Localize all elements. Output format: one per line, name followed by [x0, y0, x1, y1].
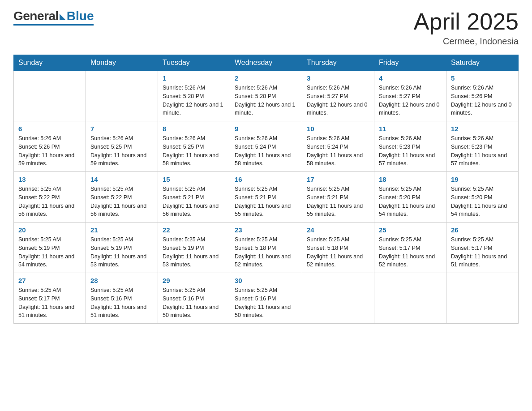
day-info: Sunrise: 5:26 AM Sunset: 5:24 PM Dayligh… — [235, 134, 297, 168]
day-number: 25 — [379, 226, 442, 234]
day-info: Sunrise: 5:25 AM Sunset: 5:19 PM Dayligh… — [163, 235, 225, 269]
day-number: 16 — [235, 176, 297, 183]
day-info: Sunrise: 5:25 AM Sunset: 5:20 PM Dayligh… — [451, 185, 514, 218]
day-number: 19 — [451, 176, 514, 183]
day-number: 2 — [235, 74, 297, 82]
day-number: 27 — [18, 277, 81, 284]
day-info: Sunrise: 5:25 AM Sunset: 5:19 PM Dayligh… — [18, 235, 81, 269]
calendar-cell — [374, 273, 446, 324]
day-info: Sunrise: 5:26 AM Sunset: 5:28 PM Dayligh… — [163, 84, 225, 117]
day-number: 24 — [307, 226, 369, 234]
day-info: Sunrise: 5:26 AM Sunset: 5:26 PM Dayligh… — [451, 84, 514, 117]
day-info: Sunrise: 5:25 AM Sunset: 5:16 PM Dayligh… — [235, 286, 297, 320]
calendar-cell: 8Sunrise: 5:26 AM Sunset: 5:25 PM Daylig… — [158, 121, 230, 172]
logo: General Blue — [13, 9, 94, 26]
day-number: 29 — [163, 277, 225, 284]
page-title: April 2025 — [414, 9, 519, 34]
calendar-cell: 4Sunrise: 5:26 AM Sunset: 5:27 PM Daylig… — [374, 71, 446, 121]
calendar-cell: 26Sunrise: 5:25 AM Sunset: 5:17 PM Dayli… — [446, 223, 519, 273]
calendar-cell: 18Sunrise: 5:25 AM Sunset: 5:20 PM Dayli… — [374, 172, 446, 223]
calendar-cell: 12Sunrise: 5:26 AM Sunset: 5:23 PM Dayli… — [446, 121, 519, 172]
column-header-saturday: Saturday — [446, 55, 519, 71]
calendar-week-row: 6Sunrise: 5:26 AM Sunset: 5:26 PM Daylig… — [14, 121, 519, 172]
day-number: 1 — [163, 74, 225, 82]
day-info: Sunrise: 5:25 AM Sunset: 5:17 PM Dayligh… — [18, 286, 81, 320]
column-header-wednesday: Wednesday — [230, 55, 302, 71]
day-number: 18 — [379, 176, 442, 183]
calendar-week-row: 1Sunrise: 5:26 AM Sunset: 5:28 PM Daylig… — [14, 71, 519, 121]
day-number: 13 — [18, 176, 81, 183]
day-number: 8 — [163, 125, 225, 133]
calendar-cell: 24Sunrise: 5:25 AM Sunset: 5:18 PM Dayli… — [302, 223, 374, 273]
day-info: Sunrise: 5:25 AM Sunset: 5:22 PM Dayligh… — [90, 185, 153, 218]
calendar-cell: 13Sunrise: 5:25 AM Sunset: 5:22 PM Dayli… — [14, 172, 86, 223]
calendar-cell: 20Sunrise: 5:25 AM Sunset: 5:19 PM Dayli… — [14, 223, 86, 273]
calendar-cell: 15Sunrise: 5:25 AM Sunset: 5:21 PM Dayli… — [158, 172, 230, 223]
day-number: 26 — [451, 226, 514, 234]
title-area: April 2025 Cermee, Indonesia — [414, 9, 519, 47]
day-number: 7 — [90, 125, 153, 133]
day-info: Sunrise: 5:25 AM Sunset: 5:16 PM Dayligh… — [90, 286, 153, 320]
day-number: 28 — [90, 277, 153, 284]
day-number: 20 — [18, 226, 81, 234]
day-info: Sunrise: 5:26 AM Sunset: 5:26 PM Dayligh… — [18, 134, 81, 168]
calendar-week-row: 20Sunrise: 5:25 AM Sunset: 5:19 PM Dayli… — [14, 223, 519, 273]
day-info: Sunrise: 5:26 AM Sunset: 5:23 PM Dayligh… — [379, 134, 442, 168]
day-info: Sunrise: 5:25 AM Sunset: 5:17 PM Dayligh… — [451, 235, 514, 269]
logo-arrow-icon — [60, 14, 66, 20]
calendar-cell: 11Sunrise: 5:26 AM Sunset: 5:23 PM Dayli… — [374, 121, 446, 172]
day-number: 6 — [18, 125, 81, 133]
day-number: 30 — [235, 277, 297, 284]
day-number: 23 — [235, 226, 297, 234]
calendar-cell: 2Sunrise: 5:26 AM Sunset: 5:28 PM Daylig… — [230, 71, 302, 121]
calendar-week-row: 13Sunrise: 5:25 AM Sunset: 5:22 PM Dayli… — [14, 172, 519, 223]
column-header-sunday: Sunday — [14, 55, 86, 71]
day-number: 9 — [235, 125, 297, 133]
day-info: Sunrise: 5:25 AM Sunset: 5:21 PM Dayligh… — [163, 185, 225, 218]
calendar-cell: 5Sunrise: 5:26 AM Sunset: 5:26 PM Daylig… — [446, 71, 519, 121]
day-info: Sunrise: 5:26 AM Sunset: 5:27 PM Dayligh… — [379, 84, 442, 117]
logo-underline — [13, 24, 94, 26]
calendar-cell: 29Sunrise: 5:25 AM Sunset: 5:16 PM Dayli… — [158, 273, 230, 324]
day-info: Sunrise: 5:25 AM Sunset: 5:21 PM Dayligh… — [235, 185, 297, 218]
day-info: Sunrise: 5:25 AM Sunset: 5:22 PM Dayligh… — [18, 185, 81, 218]
calendar-cell — [446, 273, 519, 324]
calendar-cell: 9Sunrise: 5:26 AM Sunset: 5:24 PM Daylig… — [230, 121, 302, 172]
calendar-week-row: 27Sunrise: 5:25 AM Sunset: 5:17 PM Dayli… — [14, 273, 519, 324]
day-number: 15 — [163, 176, 225, 183]
calendar-cell: 21Sunrise: 5:25 AM Sunset: 5:19 PM Dayli… — [86, 223, 158, 273]
calendar-cell: 14Sunrise: 5:25 AM Sunset: 5:22 PM Dayli… — [86, 172, 158, 223]
day-number: 3 — [307, 74, 369, 82]
day-number: 4 — [379, 74, 442, 82]
calendar-cell — [14, 71, 86, 121]
page-header: General Blue April 2025 Cermee, Indonesi… — [13, 9, 519, 47]
day-number: 22 — [163, 226, 225, 234]
day-number: 17 — [307, 176, 369, 183]
day-number: 12 — [451, 125, 514, 133]
day-info: Sunrise: 5:26 AM Sunset: 5:28 PM Dayligh… — [235, 84, 297, 117]
day-number: 14 — [90, 176, 153, 183]
day-info: Sunrise: 5:25 AM Sunset: 5:20 PM Dayligh… — [379, 185, 442, 218]
column-header-friday: Friday — [374, 55, 446, 71]
calendar-cell: 28Sunrise: 5:25 AM Sunset: 5:16 PM Dayli… — [86, 273, 158, 324]
calendar-cell: 16Sunrise: 5:25 AM Sunset: 5:21 PM Dayli… — [230, 172, 302, 223]
calendar-cell: 27Sunrise: 5:25 AM Sunset: 5:17 PM Dayli… — [14, 273, 86, 324]
page-subtitle: Cermee, Indonesia — [414, 36, 519, 47]
calendar-cell: 6Sunrise: 5:26 AM Sunset: 5:26 PM Daylig… — [14, 121, 86, 172]
logo-blue-text: Blue — [67, 9, 94, 23]
day-number: 11 — [379, 125, 442, 133]
calendar-cell: 25Sunrise: 5:25 AM Sunset: 5:17 PM Dayli… — [374, 223, 446, 273]
calendar-cell — [86, 71, 158, 121]
calendar-cell — [302, 273, 374, 324]
column-header-tuesday: Tuesday — [158, 55, 230, 71]
calendar-cell: 1Sunrise: 5:26 AM Sunset: 5:28 PM Daylig… — [158, 71, 230, 121]
calendar-cell: 10Sunrise: 5:26 AM Sunset: 5:24 PM Dayli… — [302, 121, 374, 172]
calendar-cell: 23Sunrise: 5:25 AM Sunset: 5:18 PM Dayli… — [230, 223, 302, 273]
column-header-monday: Monday — [86, 55, 158, 71]
calendar-header-row: SundayMondayTuesdayWednesdayThursdayFrid… — [14, 55, 519, 71]
day-number: 21 — [90, 226, 153, 234]
day-info: Sunrise: 5:25 AM Sunset: 5:19 PM Dayligh… — [90, 235, 153, 269]
calendar-table: SundayMondayTuesdayWednesdayThursdayFrid… — [13, 55, 519, 324]
calendar-cell: 3Sunrise: 5:26 AM Sunset: 5:27 PM Daylig… — [302, 71, 374, 121]
calendar-cell: 22Sunrise: 5:25 AM Sunset: 5:19 PM Dayli… — [158, 223, 230, 273]
